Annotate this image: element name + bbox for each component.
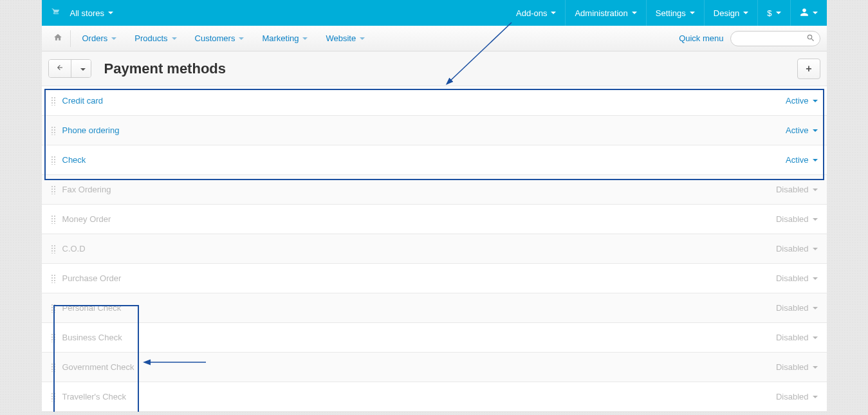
drag-handle-icon[interactable]: [51, 304, 56, 313]
status-dropdown[interactable]: Active: [786, 96, 817, 106]
caret-down-icon: [813, 248, 818, 250]
back-dropdown[interactable]: [71, 60, 91, 77]
payment-method-name[interactable]: Credit card: [62, 96, 104, 106]
status-label: Active: [786, 96, 808, 106]
caret-down-icon: [813, 129, 818, 132]
caret-down-icon: [632, 12, 637, 14]
nav-products[interactable]: Products: [125, 26, 185, 51]
caret-down-icon: [813, 337, 818, 339]
caret-down-icon: [690, 12, 695, 14]
titlebar: Payment methods +: [42, 51, 827, 86]
payment-method-name[interactable]: Money Order: [62, 214, 111, 224]
currency-menu[interactable]: $: [757, 0, 790, 26]
drag-handle-icon[interactable]: [51, 333, 56, 342]
drag-handle-icon[interactable]: [51, 97, 56, 106]
payment-method-row: Money OrderDisabled: [42, 205, 827, 234]
nav-website[interactable]: Website: [317, 26, 374, 51]
payment-method-name[interactable]: Phone ordering: [62, 125, 120, 135]
nav-marketing[interactable]: Marketing: [253, 26, 317, 51]
payment-method-name[interactable]: Personal Check: [62, 303, 122, 313]
drag-handle-icon[interactable]: [51, 392, 56, 401]
status-dropdown[interactable]: Active: [786, 155, 817, 165]
payment-method-name[interactable]: Fax Ordering: [62, 185, 111, 194]
caret-down-icon: [813, 366, 818, 369]
status-label: Disabled: [776, 214, 809, 224]
nav-customers-label: Customers: [195, 33, 235, 43]
quick-menu-link[interactable]: Quick menu: [679, 33, 723, 43]
caret-down-icon: [813, 277, 818, 280]
caret-down-icon: [80, 68, 86, 71]
status-dropdown[interactable]: Disabled: [776, 362, 818, 372]
status-dropdown[interactable]: Disabled: [776, 333, 818, 342]
stores-selector[interactable]: All stores: [61, 0, 122, 26]
drag-handle-icon[interactable]: [51, 363, 56, 372]
administration-menu[interactable]: Administration: [565, 0, 645, 26]
settings-label: Settings: [656, 8, 686, 18]
drag-handle-icon[interactable]: [51, 274, 56, 283]
status-dropdown[interactable]: Disabled: [776, 244, 818, 254]
status-label: Disabled: [776, 392, 809, 401]
payment-method-name[interactable]: C.O.D: [62, 244, 86, 254]
status-dropdown[interactable]: Active: [786, 125, 817, 135]
settings-menu[interactable]: Settings: [646, 0, 704, 26]
divider: [70, 30, 71, 47]
status-dropdown[interactable]: Disabled: [776, 214, 818, 224]
nav-customers[interactable]: Customers: [186, 26, 254, 51]
design-label: Design: [714, 8, 739, 18]
status-dropdown[interactable]: Disabled: [776, 273, 818, 283]
status-dropdown[interactable]: Disabled: [776, 185, 818, 194]
drag-handle-icon[interactable]: [51, 126, 56, 135]
payment-method-name[interactable]: Purchase Order: [62, 273, 122, 283]
home-icon[interactable]: [48, 33, 68, 44]
back-button[interactable]: [49, 60, 71, 77]
caret-down-icon: [551, 12, 556, 14]
drag-handle-icon[interactable]: [51, 156, 56, 165]
payment-method-row: Traveller's CheckDisabled: [42, 382, 827, 412]
drag-handle-icon[interactable]: [51, 185, 56, 194]
status-label: Disabled: [776, 244, 809, 254]
drag-handle-icon[interactable]: [51, 215, 56, 224]
administration-label: Administration: [575, 8, 627, 18]
status-label: Disabled: [776, 303, 809, 313]
status-dropdown[interactable]: Disabled: [776, 303, 818, 313]
status-label: Disabled: [776, 362, 809, 372]
user-menu[interactable]: [790, 0, 827, 26]
payment-method-name[interactable]: Government Check: [62, 362, 134, 372]
stores-label: All stores: [70, 8, 104, 18]
back-button-group: [48, 59, 91, 78]
nav-orders[interactable]: Orders: [73, 26, 126, 51]
add-button[interactable]: +: [797, 59, 820, 79]
caret-down-icon: [360, 37, 365, 40]
payment-methods-list: Credit cardActivePhone orderingActiveChe…: [42, 86, 827, 412]
caret-down-icon: [239, 37, 244, 40]
search-icon[interactable]: [806, 33, 815, 44]
status-label: Disabled: [776, 333, 809, 342]
search-wrap: [730, 31, 820, 46]
status-label: Active: [786, 155, 808, 165]
status-dropdown[interactable]: Disabled: [776, 392, 818, 401]
topbar: All stores Add-ons Administration Settin…: [42, 0, 827, 26]
caret-down-icon: [813, 189, 818, 191]
caret-down-icon: [813, 100, 818, 102]
caret-down-icon: [302, 37, 308, 40]
nav-products-label: Products: [134, 33, 167, 43]
caret-down-icon: [172, 37, 177, 40]
caret-down-icon: [108, 12, 113, 14]
caret-down-icon: [813, 218, 818, 221]
payment-method-row: C.O.DDisabled: [42, 234, 827, 264]
design-menu[interactable]: Design: [704, 0, 757, 26]
status-label: Disabled: [776, 185, 809, 194]
payment-method-name[interactable]: Traveller's Check: [62, 392, 127, 401]
payment-method-name[interactable]: Check: [62, 155, 86, 165]
payment-method-row: Personal CheckDisabled: [42, 293, 827, 323]
payment-method-row: Phone orderingActive: [42, 116, 827, 145]
person-icon: [800, 8, 809, 19]
caret-down-icon: [111, 37, 116, 40]
app-container: All stores Add-ons Administration Settin…: [42, 0, 827, 412]
drag-handle-icon[interactable]: [51, 244, 56, 254]
nav-marketing-label: Marketing: [262, 33, 299, 43]
caret-down-icon: [813, 159, 818, 161]
caret-down-icon: [743, 12, 748, 14]
addons-menu[interactable]: Add-ons: [507, 0, 565, 26]
payment-method-name[interactable]: Business Check: [62, 333, 122, 342]
